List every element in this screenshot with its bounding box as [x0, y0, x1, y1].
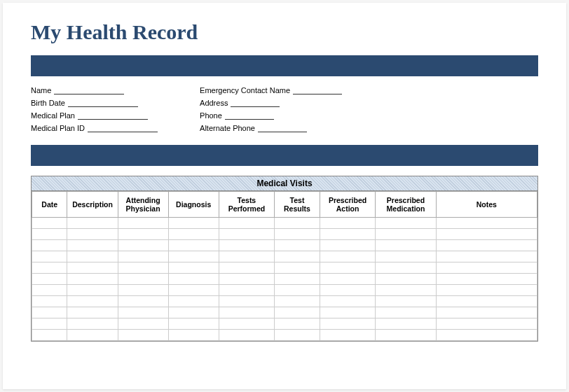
table-cell[interactable] — [436, 262, 537, 274]
table-cell[interactable] — [219, 318, 274, 330]
table-cell[interactable] — [320, 274, 375, 285]
table-cell[interactable] — [219, 330, 274, 341]
table-cell[interactable] — [320, 218, 375, 229]
table-cell[interactable] — [168, 318, 219, 330]
table-cell[interactable] — [219, 218, 274, 229]
table-cell[interactable] — [275, 274, 320, 285]
table-cell[interactable] — [32, 307, 67, 318]
table-cell[interactable] — [118, 274, 168, 285]
table-cell[interactable] — [436, 274, 537, 285]
table-cell[interactable] — [320, 285, 375, 296]
table-cell[interactable] — [320, 296, 375, 307]
table-cell[interactable] — [275, 240, 320, 251]
table-cell[interactable] — [67, 318, 118, 330]
table-cell[interactable] — [219, 251, 274, 262]
table-cell[interactable] — [376, 240, 437, 251]
table-cell[interactable] — [168, 218, 219, 229]
table-cell[interactable] — [118, 296, 168, 307]
table-cell[interactable] — [436, 285, 537, 296]
table-cell[interactable] — [168, 330, 219, 341]
table-cell[interactable] — [32, 296, 67, 307]
table-cell[interactable] — [67, 274, 118, 285]
table-cell[interactable] — [436, 296, 537, 307]
table-cell[interactable] — [219, 229, 274, 240]
table-cell[interactable] — [320, 307, 375, 318]
table-cell[interactable] — [219, 262, 274, 274]
table-cell[interactable] — [67, 240, 118, 251]
table-cell[interactable] — [118, 262, 168, 274]
table-cell[interactable] — [32, 262, 67, 274]
input-medical-plan[interactable] — [78, 111, 148, 120]
table-cell[interactable] — [376, 330, 437, 341]
table-cell[interactable] — [168, 285, 219, 296]
input-alternate-phone[interactable] — [258, 124, 307, 132]
table-cell[interactable] — [376, 229, 437, 240]
table-cell[interactable] — [67, 307, 118, 318]
table-cell[interactable] — [32, 229, 67, 240]
table-cell[interactable] — [376, 296, 437, 307]
table-cell[interactable] — [376, 318, 437, 330]
table-cell[interactable] — [320, 330, 375, 341]
table-cell[interactable] — [32, 218, 67, 229]
table-cell[interactable] — [118, 218, 168, 229]
table-cell[interactable] — [376, 218, 437, 229]
table-cell[interactable] — [67, 262, 118, 274]
input-phone[interactable] — [225, 111, 274, 120]
table-cell[interactable] — [275, 296, 320, 307]
table-cell[interactable] — [118, 330, 168, 341]
table-cell[interactable] — [436, 251, 537, 262]
table-cell[interactable] — [219, 285, 274, 296]
table-cell[interactable] — [275, 262, 320, 274]
table-cell[interactable] — [219, 296, 274, 307]
table-cell[interactable] — [168, 262, 219, 274]
table-cell[interactable] — [320, 240, 375, 251]
table-cell[interactable] — [67, 330, 118, 341]
table-cell[interactable] — [275, 229, 320, 240]
table-cell[interactable] — [32, 240, 67, 251]
table-cell[interactable] — [275, 285, 320, 296]
table-cell[interactable] — [320, 262, 375, 274]
table-cell[interactable] — [219, 307, 274, 318]
table-cell[interactable] — [118, 229, 168, 240]
table-cell[interactable] — [376, 262, 437, 274]
table-cell[interactable] — [118, 240, 168, 251]
table-cell[interactable] — [320, 251, 375, 262]
table-cell[interactable] — [118, 251, 168, 262]
table-cell[interactable] — [275, 330, 320, 341]
table-cell[interactable] — [168, 229, 219, 240]
input-name[interactable] — [54, 86, 124, 94]
table-cell[interactable] — [376, 307, 437, 318]
table-cell[interactable] — [275, 307, 320, 318]
table-cell[interactable] — [32, 251, 67, 262]
table-cell[interactable] — [67, 296, 118, 307]
input-medical-plan-id[interactable] — [88, 124, 158, 132]
table-cell[interactable] — [320, 318, 375, 330]
table-cell[interactable] — [118, 285, 168, 296]
table-cell[interactable] — [376, 285, 437, 296]
table-cell[interactable] — [168, 296, 219, 307]
table-cell[interactable] — [376, 274, 437, 285]
table-cell[interactable] — [168, 251, 219, 262]
table-cell[interactable] — [219, 240, 274, 251]
table-cell[interactable] — [436, 307, 537, 318]
input-address[interactable] — [231, 99, 280, 107]
table-cell[interactable] — [67, 229, 118, 240]
table-cell[interactable] — [32, 318, 67, 330]
table-cell[interactable] — [219, 274, 274, 285]
table-cell[interactable] — [275, 251, 320, 262]
table-cell[interactable] — [32, 274, 67, 285]
input-birth-date[interactable] — [68, 99, 138, 107]
input-emergency-contact[interactable] — [293, 86, 342, 94]
table-cell[interactable] — [32, 285, 67, 296]
table-cell[interactable] — [436, 229, 537, 240]
table-cell[interactable] — [168, 274, 219, 285]
table-cell[interactable] — [376, 251, 437, 262]
table-cell[interactable] — [118, 318, 168, 330]
table-cell[interactable] — [436, 330, 537, 341]
table-cell[interactable] — [320, 229, 375, 240]
table-cell[interactable] — [436, 218, 537, 229]
table-cell[interactable] — [275, 218, 320, 229]
table-cell[interactable] — [67, 251, 118, 262]
table-cell[interactable] — [275, 318, 320, 330]
table-cell[interactable] — [436, 240, 537, 251]
